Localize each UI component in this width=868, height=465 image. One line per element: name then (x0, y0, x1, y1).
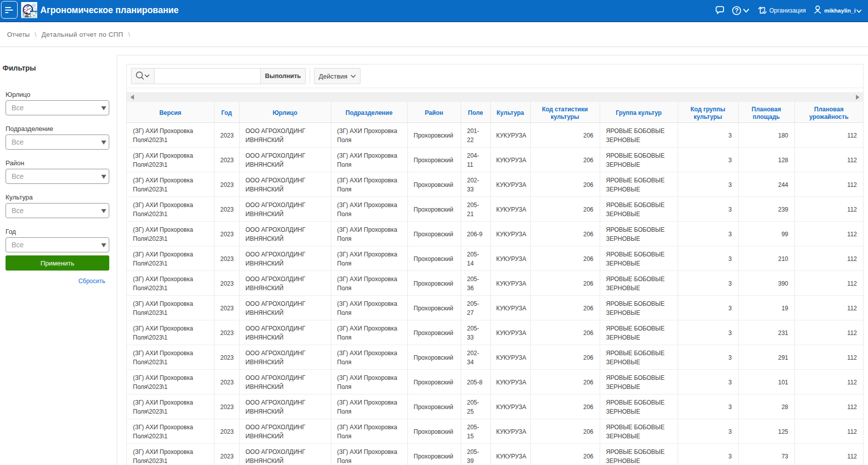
svg-text:?: ? (735, 7, 739, 14)
